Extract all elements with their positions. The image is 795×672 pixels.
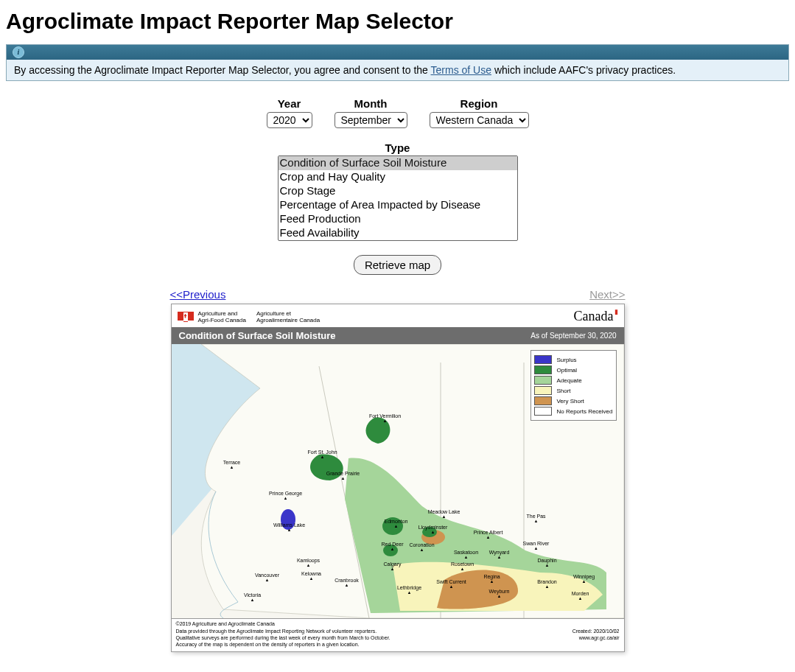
map-copyright: ©2019 Agriculture and Agroclimate Canada xyxy=(176,621,620,626)
map-header: Agriculture andAgri-Food Canada Agricult… xyxy=(172,304,624,327)
city-label: Kelowna xyxy=(301,571,321,581)
type-option[interactable]: Crop and Hay Quality xyxy=(279,170,517,184)
dept-label-en: Agriculture andAgri-Food Canada xyxy=(198,310,246,323)
city-label: Meadow Lake xyxy=(428,509,460,519)
legend-label: No Reports Received xyxy=(556,408,612,415)
map-frame: Agriculture andAgri-Food Canada Agricult… xyxy=(171,304,625,652)
city-label: Saskatoon xyxy=(454,550,478,559)
region-label: Region xyxy=(460,97,498,110)
city-label: Lloydminster xyxy=(418,525,448,534)
info-icon: i xyxy=(13,46,24,58)
city-label: Morden xyxy=(572,591,589,601)
city-label: Fort St. John xyxy=(307,449,337,459)
type-option[interactable]: Crop Stage xyxy=(279,184,517,198)
city-label: Terrace xyxy=(223,460,240,469)
legend-swatch xyxy=(534,376,552,385)
type-option[interactable]: Percentage of Area Impacted by Disease xyxy=(279,198,517,212)
map-source-url: www.agr.gc.ca/air xyxy=(572,634,620,641)
legend-item: Very Short xyxy=(534,396,612,405)
city-label: Dauphin xyxy=(537,558,556,567)
month-select[interactable]: September xyxy=(335,112,407,128)
map-canvas: SurplusOptimalAdequateShortVery ShortNo … xyxy=(172,344,624,618)
city-label: Weyburn xyxy=(489,589,510,598)
legend-item: Adequate xyxy=(534,376,612,385)
terms-of-use-link[interactable]: Terms of Use xyxy=(431,64,491,76)
city-label: Victoria xyxy=(244,592,261,602)
legend-label: Optimal xyxy=(556,367,577,374)
dept-label-fr: Agriculture etAgroalimentaire Canada xyxy=(256,310,320,323)
city-label: Grande Prairie xyxy=(326,471,360,480)
legend-item: Optimal xyxy=(534,365,612,374)
city-label: Lethbridge xyxy=(397,585,421,595)
year-select[interactable]: 2020 xyxy=(267,112,312,128)
map-footnote: Qualitative surveys are performed during… xyxy=(176,634,391,641)
info-box: i By accessing the Agroclimate Impact Re… xyxy=(6,44,789,81)
city-label: Brandon xyxy=(537,579,556,589)
city-label: Edmonton xyxy=(385,519,408,528)
legend-swatch xyxy=(534,355,552,364)
legend-item: No Reports Received xyxy=(534,407,612,416)
year-label: Year xyxy=(278,97,301,110)
legend-item: Short xyxy=(534,386,612,395)
city-label: Calgary xyxy=(383,561,401,571)
info-text-pre: By accessing the Agroclimate Impact Repo… xyxy=(14,64,431,76)
city-label: The Pas xyxy=(526,514,545,523)
map-footnote: Data provided through the Agroclimate Im… xyxy=(176,628,391,634)
page-title: Agroclimate Impact Reporter Map Selector xyxy=(6,9,789,34)
month-label: Month xyxy=(354,97,388,110)
region-select[interactable]: Western Canada xyxy=(430,112,529,128)
city-label: Swift Current xyxy=(436,579,466,589)
city-label: Fort Vermilion xyxy=(369,413,401,423)
canada-wordmark: Canada▮ xyxy=(574,309,618,324)
city-label: Swan River xyxy=(523,541,550,550)
info-text-post: which include AAFC's privacy practices. xyxy=(494,64,676,76)
controls: Year 2020 Month September Region Western… xyxy=(6,97,789,275)
map-nav: <<Previous Next>> xyxy=(170,288,626,301)
map-footer: ©2019 Agriculture and Agroclimate Canada… xyxy=(172,618,624,651)
map-created-date: Created: 2020/10/02 xyxy=(572,628,620,634)
map-as-of: As of September 30, 2020 xyxy=(530,332,616,340)
city-label: Red Deer xyxy=(382,542,404,551)
type-label: Type xyxy=(6,141,789,154)
canada-flag-icon xyxy=(178,312,194,322)
info-bar-header: i xyxy=(7,45,788,60)
map-title-bar: Condition of Surface Soil Moisture As of… xyxy=(172,327,624,344)
legend-label: Short xyxy=(556,388,570,394)
map-title: Condition of Surface Soil Moisture xyxy=(179,330,336,341)
type-option[interactable]: Feed Availability xyxy=(279,226,517,240)
previous-link[interactable]: <<Previous xyxy=(170,288,226,301)
next-link: Next>> xyxy=(589,288,625,301)
type-option[interactable]: Feed Production xyxy=(279,212,517,226)
legend-label: Adequate xyxy=(556,377,581,384)
map-legend: SurplusOptimalAdequateShortVery ShortNo … xyxy=(530,350,616,421)
city-label: Winnipeg xyxy=(573,574,595,584)
legend-swatch xyxy=(534,365,552,374)
legend-swatch xyxy=(534,396,552,405)
legend-swatch xyxy=(534,407,552,416)
legend-item: Surplus xyxy=(534,355,612,364)
city-label: Prince George xyxy=(269,491,302,500)
retrieve-map-button[interactable]: Retrieve map xyxy=(354,255,441,275)
city-label: Prince Albert xyxy=(474,530,503,539)
info-box-body: By accessing the Agroclimate Impact Repo… xyxy=(7,60,788,80)
legend-label: Very Short xyxy=(556,398,584,405)
legend-label: Surplus xyxy=(556,357,576,363)
city-label: Cranbrook xyxy=(335,578,359,587)
city-label: Rosetown xyxy=(451,561,474,571)
city-label: Williams Lake xyxy=(273,522,305,532)
legend-swatch xyxy=(534,386,552,395)
city-label: Kamloops xyxy=(297,558,320,567)
city-label: Coronation xyxy=(409,542,434,552)
map-footnote: Accuracy of the map is dependent on the … xyxy=(176,641,391,648)
city-label: Regina xyxy=(483,574,500,584)
type-select[interactable]: Condition of Surface Soil MoistureCrop a… xyxy=(278,155,518,241)
city-label: Wynyard xyxy=(489,550,510,559)
city-label: Vancouver xyxy=(255,573,279,582)
type-option[interactable]: Condition of Surface Soil Moisture xyxy=(279,156,517,170)
